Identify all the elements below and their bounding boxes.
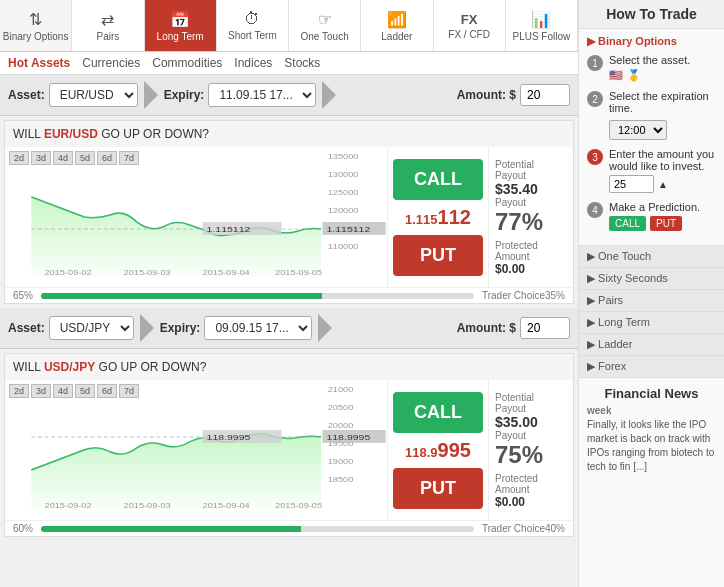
nav-short-term[interactable]: ⏱ Short Term	[217, 0, 289, 51]
step2-time-select[interactable]: 12:00	[609, 120, 667, 140]
pairs-icon: ⇄	[101, 10, 114, 29]
svg-text:20500: 20500	[328, 404, 354, 412]
trade2-asset-label: Asset:	[8, 321, 45, 335]
trade2-protected-value: $0.00	[495, 495, 567, 509]
sidebar-put-btn[interactable]: PUT	[650, 216, 682, 231]
trade2-amount-input[interactable]	[520, 317, 570, 339]
short-term-icon: ⏱	[244, 10, 260, 28]
svg-text:18500: 18500	[328, 476, 354, 484]
nav-plus-follow[interactable]: 📊 PLUS Follow	[506, 0, 578, 51]
long-term-icon: 📅	[170, 10, 190, 29]
trade1-payout-area: Potential Payout $35.40 Payout 77% Prote…	[488, 147, 573, 287]
nav-ladder-label: Ladder	[381, 31, 412, 42]
subnav-indices[interactable]: Indices	[234, 56, 272, 70]
svg-text:2015-09-03: 2015-09-03	[124, 502, 172, 510]
trade1-put-button[interactable]: PUT	[393, 235, 483, 276]
step2-text: Select the expiration time.	[609, 90, 716, 114]
svg-text:2015-09-02: 2015-09-02	[45, 269, 93, 277]
trade1-asset-row: Asset: EUR/USD Expiry: 11.09.15 17... Am…	[0, 75, 578, 116]
svg-text:2015-09-03: 2015-09-03	[124, 269, 172, 277]
trade2-4d-btn[interactable]: 4d	[53, 384, 73, 398]
trade2-5d-btn[interactable]: 5d	[75, 384, 95, 398]
forex-header[interactable]: ▶ Forex	[579, 356, 724, 377]
sixty-seconds-header[interactable]: ▶ Sixty Seconds	[579, 268, 724, 289]
trade1-asset-select[interactable]: EUR/USD	[49, 83, 138, 107]
one-touch-icon: ☞	[318, 10, 332, 29]
trade2-call-button[interactable]: CALL	[393, 392, 483, 433]
trade1-6d-btn[interactable]: 6d	[97, 151, 117, 165]
trade1-amount-input[interactable]	[520, 84, 570, 106]
nav-fx-cfd-label: FX / CFD	[448, 29, 490, 40]
nav-ladder[interactable]: 📶 Ladder	[361, 0, 433, 51]
step3-text: Enter the amount you would like to inves…	[609, 148, 716, 172]
svg-text:110000: 110000	[328, 243, 359, 251]
trade1-4d-btn[interactable]: 4d	[53, 151, 73, 165]
nav-plus-follow-label: PLUS Follow	[512, 31, 570, 42]
financial-news: Financial News week Finally, it looks li…	[579, 377, 724, 482]
trade1-7d-btn[interactable]: 7d	[119, 151, 139, 165]
trade1-3d-btn[interactable]: 3d	[31, 151, 51, 165]
plus-follow-icon: 📊	[531, 10, 551, 29]
subnav-currencies[interactable]: Currencies	[82, 56, 140, 70]
trade1-expiry-select[interactable]: 11.09.15 17...	[208, 83, 316, 107]
trade2-expiry-select[interactable]: 09.09.15 17...	[204, 316, 312, 340]
subnav-commodities[interactable]: Commodities	[152, 56, 222, 70]
trade2-payout-label: Payout	[495, 430, 567, 441]
long-term-header[interactable]: ▶ Long Term	[579, 312, 724, 333]
trade2-mini-chart: 2d 3d 4d 5d 6d 7d	[5, 380, 387, 520]
trade1-asset-label: Asset:	[8, 88, 45, 102]
trade2-put-button[interactable]: PUT	[393, 468, 483, 509]
step2-content: Select the expiration time. 12:00	[609, 90, 716, 140]
sidebar-call-btn[interactable]: CALL	[609, 216, 646, 231]
nav-long-term[interactable]: 📅 Long Term	[145, 0, 217, 51]
trade1-card: WILL EUR/USD GO UP OR DOWN? 2d 3d 4d 5d …	[4, 120, 574, 304]
trade2-chart-svg: 21000 20500 20000 19500 19000 18500 118.…	[5, 380, 387, 520]
nav-one-touch[interactable]: ☞ One Touch	[289, 0, 361, 51]
svg-text:118.9995: 118.9995	[207, 433, 251, 442]
trade1-currency: EUR/USD	[44, 127, 98, 141]
trade2-2d-btn[interactable]: 2d	[9, 384, 29, 398]
ladder-header[interactable]: ▶ Ladder	[579, 334, 724, 355]
trade2-6d-btn[interactable]: 6d	[97, 384, 117, 398]
trade2-payout-area: Potential Payout $35.00 Payout 75% Prote…	[488, 380, 573, 520]
svg-text:21000: 21000	[328, 386, 354, 394]
nav-pairs[interactable]: ⇄ Pairs	[72, 0, 144, 51]
one-touch-header[interactable]: ▶ One Touch	[579, 246, 724, 267]
step3-stepper-up[interactable]: ▲	[658, 179, 668, 190]
svg-text:118.9995: 118.9995	[326, 433, 370, 442]
trade2-bar-call	[41, 526, 301, 532]
binary-options-section-header[interactable]: ▶ Binary Options	[587, 35, 716, 48]
trade1-arrow-sep2	[322, 81, 336, 109]
step3-amount-field[interactable]	[609, 175, 654, 193]
step2-num: 2	[587, 91, 603, 107]
trade2-potential-payout-value: $35.00	[495, 414, 567, 430]
trade1-header: WILL EUR/USD GO UP OR DOWN?	[5, 121, 573, 147]
subnav-stocks[interactable]: Stocks	[284, 56, 320, 70]
trade1-2d-btn[interactable]: 2d	[9, 151, 29, 165]
trade2-price-small: 118.9	[405, 445, 438, 460]
trade1-5d-btn[interactable]: 5d	[75, 151, 95, 165]
nav-fx-cfd[interactable]: FX FX / CFD	[434, 0, 506, 51]
step1-assets: 🇺🇸 🥇	[609, 69, 690, 82]
flag-usa: 🇺🇸	[609, 69, 623, 82]
pairs-header[interactable]: ▶ Pairs	[579, 290, 724, 311]
trade2-chart-area: 2d 3d 4d 5d 6d 7d	[5, 380, 388, 520]
nav-short-term-label: Short Term	[228, 30, 277, 41]
trade2-3d-btn[interactable]: 3d	[31, 384, 51, 398]
svg-text:2015-09-05: 2015-09-05	[275, 502, 323, 510]
trade2-potential-payout-label: Potential Payout	[495, 392, 567, 414]
one-touch-section: ▶ One Touch	[579, 245, 724, 267]
step3: 3 Enter the amount you would like to inv…	[587, 148, 716, 193]
trade2-payout-pct: 75%	[495, 441, 567, 469]
trade2-bar-bg	[41, 526, 474, 532]
trade1-call-button[interactable]: CALL	[393, 159, 483, 200]
step3-num: 3	[587, 149, 603, 165]
long-term-section: ▶ Long Term	[579, 311, 724, 333]
trade2-trader-put-pct: 40%	[545, 523, 565, 534]
svg-text:1.115112: 1.115112	[326, 225, 370, 234]
trade2-7d-btn[interactable]: 7d	[119, 384, 139, 398]
nav-binary-options[interactable]: ⇅ Binary Options	[0, 0, 72, 51]
trade2-body: 2d 3d 4d 5d 6d 7d	[5, 380, 573, 520]
trade2-asset-select[interactable]: USD/JPY	[49, 316, 134, 340]
subnav-hot-assets[interactable]: Hot Assets	[8, 56, 70, 70]
